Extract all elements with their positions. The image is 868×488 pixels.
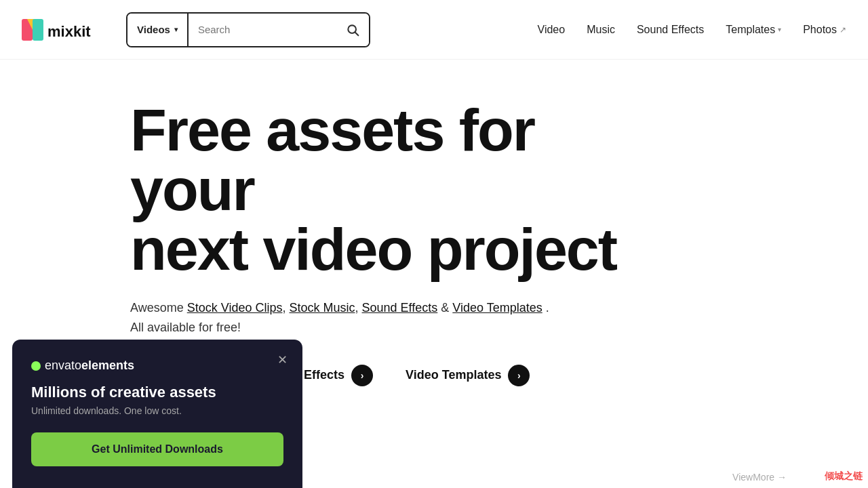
hero-section: Free assets for your next video project … — [0, 60, 868, 386]
stock-video-clips-link[interactable]: Stock Video Clips — [187, 301, 283, 314]
search-button[interactable] — [336, 14, 369, 46]
svg-line-5 — [355, 32, 359, 35]
view-more-hint: ViewMore → — [732, 472, 787, 483]
hero-title: Free assets for your next video project — [130, 100, 673, 279]
nav-item-music[interactable]: Music — [587, 24, 615, 36]
video-templates-link[interactable]: Video Templates — [452, 301, 542, 314]
sound-effects-link[interactable]: Sound Effects — [362, 301, 438, 314]
chevron-down-icon: ▾ — [778, 26, 781, 33]
arrow-right-icon: › — [508, 365, 530, 386]
close-icon: ✕ — [277, 352, 288, 367]
watermark: 倾城之链 — [825, 470, 863, 483]
nav-item-templates[interactable]: Templates ▾ — [726, 24, 781, 36]
nav-item-sound-effects[interactable]: Sound Effects — [637, 24, 704, 36]
get-unlimited-downloads-button[interactable]: Get Unlimited Downloads — [31, 432, 283, 466]
nav-item-photos[interactable]: Photos ↗ — [803, 24, 846, 36]
search-dropdown[interactable]: Videos ▾ — [127, 14, 189, 46]
hero-subtitle: Awesome Stock Video Clips, Stock Music, … — [130, 298, 868, 338]
nav-item-video[interactable]: Video — [538, 24, 566, 36]
search-bar: Videos ▾ — [126, 12, 370, 47]
popup-subtitle: Unlimited downloads. One low cost. — [31, 405, 283, 416]
envato-dot-icon — [31, 361, 41, 371]
external-link-icon: ↗ — [840, 25, 846, 35]
svg-text:mixkit: mixkit — [47, 23, 91, 40]
popup-close-button[interactable]: ✕ — [273, 350, 292, 369]
logo[interactable]: mixkit — [22, 16, 110, 43]
main-nav: Video Music Sound Effects Templates ▾ Ph… — [538, 24, 846, 36]
search-type-label: Videos — [137, 24, 170, 35]
popup-title: Millions of creative assets — [31, 384, 283, 401]
envato-popup: ✕ envatoelements Millions of creative as… — [12, 340, 302, 488]
header: mixkit Videos ▾ Video Music Sound Effect… — [0, 0, 868, 60]
envato-logo: envatoelements — [31, 359, 283, 373]
chevron-down-icon: ▾ — [174, 26, 178, 33]
stock-music-link[interactable]: Stock Music — [289, 301, 355, 314]
svg-rect-2 — [33, 19, 43, 41]
envato-logo-text: envatoelements — [45, 359, 134, 373]
quick-link-video-templates[interactable]: Video Templates › — [406, 365, 530, 386]
search-input[interactable] — [189, 24, 336, 35]
arrow-right-icon: › — [351, 365, 373, 386]
